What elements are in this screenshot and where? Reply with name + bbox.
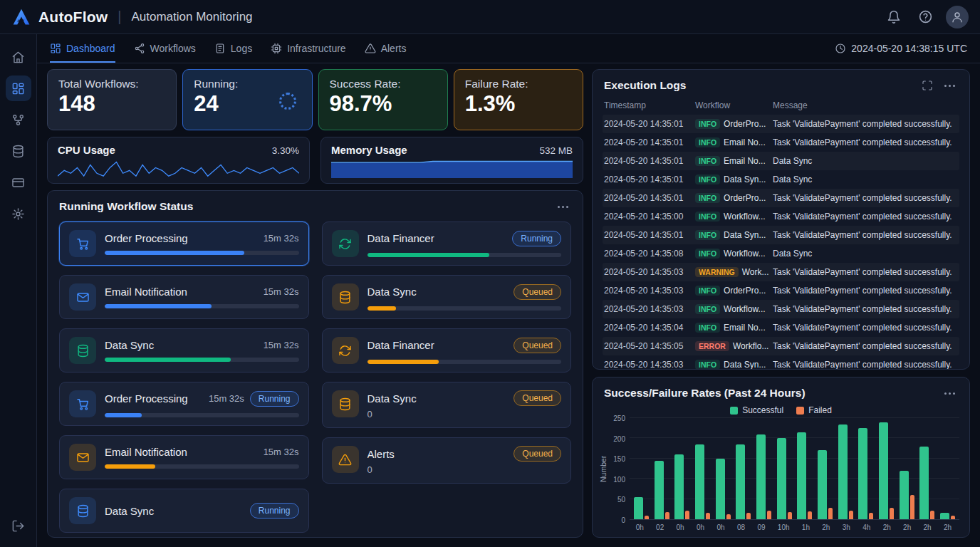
sidebar-item-home[interactable]: [6, 44, 31, 70]
chart-panel-menu-button[interactable]: [942, 390, 958, 397]
y-tick-label: 50: [617, 496, 625, 504]
sidebar-item-dashboard[interactable]: [6, 75, 31, 101]
workflow-item[interactable]: Data FinancerRunning: [322, 222, 572, 266]
expand-icon[interactable]: [922, 80, 933, 91]
log-level-badge: INFO: [695, 156, 720, 166]
workflow-item[interactable]: Email Notification15m 32s: [59, 275, 309, 319]
log-row: 2024-05-20 14:35:03INFOWorkflow...Task '…: [603, 300, 959, 318]
sidebar-item-settings[interactable]: [6, 201, 31, 226]
bar-successful: [940, 513, 949, 519]
progress-bar: [368, 253, 562, 257]
workflow-item[interactable]: Order Processing15m 32s: [59, 222, 309, 266]
workflow-item[interactable]: AlertsQueued0: [322, 437, 572, 484]
chart-plot-area: [630, 418, 959, 520]
stat-label: Success Rate:: [330, 78, 437, 90]
notifications-button[interactable]: [883, 6, 905, 28]
sidebar-item-database[interactable]: [6, 138, 31, 164]
workflow-item[interactable]: Email Notification15m 32s: [59, 435, 309, 479]
top-navigation: DashboardWorkflowsLogsInfrastructureAler…: [37, 34, 980, 63]
log-timestamp: 2024-05-20 14:35:03: [604, 360, 691, 369]
stat-label: Running:: [194, 78, 301, 90]
workflow-item[interactable]: Data Sync15m 32s: [59, 328, 309, 373]
log-row: 2024-05-20 14:35:03INFOOrderPro...Task '…: [603, 281, 959, 300]
tab-dashboard[interactable]: Dashboard: [50, 34, 115, 63]
bar-failed: [645, 516, 649, 519]
progress-fill: [105, 358, 231, 362]
log-workflow-name: Data Syn...: [724, 360, 766, 369]
log-workflow-name: Workflow...: [724, 212, 765, 222]
workflow-item[interactable]: Data SyncRunning: [59, 489, 309, 533]
workflow-duration: 15m 32s: [209, 393, 244, 404]
progress-fill: [105, 251, 244, 255]
workflow-title: Data Sync: [368, 286, 509, 298]
progress-bar: [368, 360, 562, 364]
bar-failed: [869, 513, 873, 519]
x-tick-label: 0h: [697, 523, 704, 531]
log-level-badge: ERROR: [695, 341, 729, 351]
sidebar-item-logout[interactable]: [6, 513, 31, 538]
progress-bar: [105, 358, 299, 362]
workflow-title: Alerts: [368, 448, 509, 460]
log-row: 2024-05-20 14:35:03INFOData Syn...Task '…: [603, 355, 959, 369]
status-badge: Running: [512, 231, 561, 246]
log-row: 2024-05-20 14:35:01INFOEmail No...Task '…: [603, 133, 959, 152]
tab-workflows[interactable]: Workflows: [134, 34, 196, 63]
workflow-item[interactable]: Order Processing15m 32sRunning: [59, 382, 309, 426]
log-row: 2024-05-20 14:35:03WARNINGWork...Task 'V…: [603, 263, 959, 281]
log-message: Task 'ValidatePayment' completed success…: [773, 119, 958, 129]
gear-icon: [11, 207, 25, 221]
tab-label: Alerts: [381, 43, 407, 54]
status-badge: Queued: [514, 338, 561, 353]
x-tick-label: 02: [656, 523, 664, 531]
bar-successful: [900, 471, 909, 519]
log-message: Task 'ValidatePayment' completed success…: [773, 341, 958, 351]
tab-alerts[interactable]: Alerts: [365, 34, 407, 63]
log-timestamp: 2024-05-20 14:35:01: [604, 137, 691, 147]
y-tick-label: 0: [621, 516, 625, 524]
bar-successful: [674, 454, 684, 519]
workflow-title: Data Financer: [368, 232, 507, 244]
mail-icon: [76, 291, 90, 304]
log-level-badge: INFO: [695, 304, 720, 314]
sidebar-item-workflows[interactable]: [6, 107, 31, 132]
user-avatar[interactable]: [946, 6, 969, 28]
workflow-title: Order Processing: [105, 392, 203, 405]
y-tick-label: 250: [613, 415, 625, 422]
tab-logs[interactable]: Logs: [214, 34, 252, 63]
card-icon: [11, 176, 25, 189]
workflow-icon: [11, 113, 25, 127]
workflow-title: Data Sync: [368, 392, 509, 405]
workflow-item[interactable]: Data FinancerQueued: [322, 328, 572, 373]
workflow-item[interactable]: Data SyncQueued0: [322, 382, 572, 428]
logs-panel-menu-button[interactable]: [942, 82, 958, 90]
bar-failed: [828, 508, 833, 519]
bar-successful: [858, 428, 867, 519]
log-message: Task 'ValidatePayment' completed success…: [773, 230, 958, 240]
workflow-panel-menu-button[interactable]: [555, 203, 571, 211]
stats-row: Total Workflows:148Running:24Success Rat…: [47, 69, 583, 130]
help-button[interactable]: [914, 6, 936, 28]
x-tick-label: 2h: [883, 523, 891, 531]
bar-failed: [726, 514, 731, 519]
alert-icon: [365, 43, 376, 54]
bar-group: [797, 418, 812, 519]
log-level-badge: INFO: [695, 360, 720, 369]
workflow-item[interactable]: Data SyncQueued: [322, 275, 572, 319]
bar-failed: [788, 512, 792, 519]
log-row: 2024-05-20 14:35:01INFOData Syn...Task '…: [603, 226, 959, 244]
log-workflow-name: OrderPro...: [724, 193, 766, 203]
brand-name: AutoFlow: [38, 9, 108, 26]
bar-successful: [634, 497, 643, 519]
legend-label: Successful: [742, 405, 783, 415]
sidebar-item-storage[interactable]: [6, 170, 31, 195]
workflow-subtitle: 0: [368, 409, 562, 420]
log-message: Data Sync: [773, 156, 958, 166]
log-timestamp: 2024-05-20 14:35:03: [604, 304, 691, 314]
log-workflow-name: Email No...: [724, 156, 766, 166]
log-row: 2024-05-20 14:35:05ERRORWorkflo...Task '…: [603, 337, 959, 355]
workflow-duration: 15m 32s: [264, 447, 299, 457]
bar-group: [940, 418, 955, 519]
tab-infrastructure[interactable]: Infrastructure: [271, 34, 345, 63]
x-tick-label: 2h: [944, 523, 952, 531]
progress-fill: [368, 306, 397, 311]
